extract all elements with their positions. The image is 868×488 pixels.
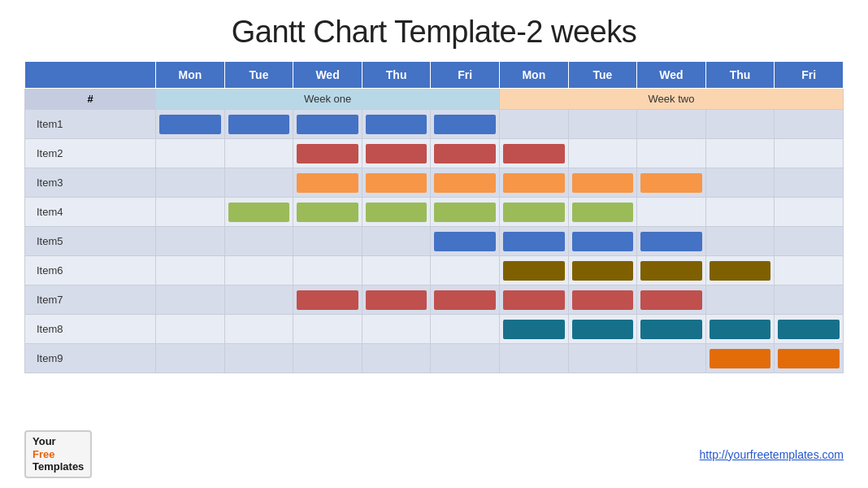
bar-cell <box>500 139 569 168</box>
bar-cell <box>293 285 362 315</box>
bar-cell <box>431 256 500 285</box>
header-label <box>25 62 156 89</box>
bar-cell <box>224 110 293 139</box>
bar-cell <box>705 256 775 285</box>
table-row: Item4 <box>25 198 844 227</box>
bar-cell <box>568 344 637 373</box>
bar-cell <box>568 168 637 198</box>
table-row: Item6 <box>25 256 844 285</box>
bar-cell <box>156 110 225 139</box>
bar-cell <box>224 227 293 256</box>
header-w1-thu: Thu <box>362 62 431 89</box>
bar-cell <box>775 168 844 198</box>
bar-cell <box>500 256 569 285</box>
row-label: Item9 <box>25 344 156 373</box>
bar-cell <box>775 315 844 344</box>
bar-cell <box>362 256 431 285</box>
bar-cell <box>156 315 225 344</box>
bar-cell <box>431 110 500 139</box>
bar-cell <box>431 285 500 315</box>
header-w2-mon: Mon <box>500 62 569 89</box>
header-w2-wed: Wed <box>637 62 706 89</box>
header-w2-fri: Fri <box>775 62 844 89</box>
bar-cell <box>431 198 500 227</box>
bar-cell <box>775 256 844 285</box>
table-row: Item8 <box>25 315 844 344</box>
bar-cell <box>156 256 225 285</box>
bar-cell <box>637 227 706 256</box>
bar-cell <box>224 139 293 168</box>
header-w1-fri: Fri <box>431 62 500 89</box>
bar-cell <box>156 227 225 256</box>
row-label: Item4 <box>25 198 156 227</box>
bar-cell <box>224 344 293 373</box>
bar-cell <box>431 139 500 168</box>
bar-cell <box>293 344 362 373</box>
bar-cell <box>431 344 500 373</box>
header-w1-mon: Mon <box>156 62 225 89</box>
bar-cell <box>775 139 844 168</box>
table-row: Item1 <box>25 110 844 139</box>
bar-cell <box>293 198 362 227</box>
bar-cell <box>362 139 431 168</box>
footer-link[interactable]: http://yourfreetemplates.com <box>700 448 844 461</box>
bar-cell <box>568 110 637 139</box>
logo-free: Free <box>33 448 84 461</box>
bar-cell <box>637 285 706 315</box>
bar-cell <box>362 168 431 198</box>
bar-cell <box>705 110 775 139</box>
bar-cell <box>637 110 706 139</box>
bar-cell <box>293 168 362 198</box>
logo-text: Your Free Templates <box>33 435 84 473</box>
header-row: Mon Tue Wed Thu Fri Mon Tue Wed Thu Fri <box>25 62 844 89</box>
bar-cell <box>431 315 500 344</box>
table-row: Item3 <box>25 168 844 198</box>
table-row: Item9 <box>25 344 844 373</box>
bar-cell <box>705 198 775 227</box>
bar-cell <box>156 344 225 373</box>
bar-cell <box>775 285 844 315</box>
bar-cell <box>224 168 293 198</box>
bar-cell <box>224 285 293 315</box>
bar-cell <box>775 110 844 139</box>
bar-cell <box>637 315 706 344</box>
bar-cell <box>156 139 225 168</box>
logo-your: Your <box>33 435 84 448</box>
bar-cell <box>500 168 569 198</box>
bar-cell <box>156 168 225 198</box>
bar-cell <box>568 315 637 344</box>
bar-cell <box>705 168 775 198</box>
bar-cell <box>775 344 844 373</box>
bar-cell <box>431 168 500 198</box>
week-label-row: #Week oneWeek two <box>25 89 844 110</box>
bar-cell <box>568 227 637 256</box>
bar-cell <box>293 227 362 256</box>
row-label: Item7 <box>25 285 156 315</box>
row-label: Item3 <box>25 168 156 198</box>
bar-cell <box>431 227 500 256</box>
bar-cell <box>293 139 362 168</box>
bar-cell <box>568 198 637 227</box>
header-w1-tue: Tue <box>224 62 293 89</box>
bar-cell <box>637 344 706 373</box>
bar-cell <box>224 198 293 227</box>
bar-cell <box>500 110 569 139</box>
footer: Your Free Templates http://yourfreetempl… <box>0 430 868 478</box>
bar-cell <box>293 110 362 139</box>
bar-cell <box>362 110 431 139</box>
row-label: Item5 <box>25 227 156 256</box>
week-one-cell: Week one <box>156 89 500 110</box>
bar-cell <box>362 344 431 373</box>
table-row: Item7 <box>25 285 844 315</box>
bar-cell <box>293 315 362 344</box>
logo-templates: Templates <box>33 460 84 473</box>
week-two-cell: Week two <box>500 89 844 110</box>
header-w2-tue: Tue <box>568 62 637 89</box>
bar-cell <box>705 315 775 344</box>
bar-cell <box>156 285 225 315</box>
bar-cell <box>637 168 706 198</box>
bar-cell <box>568 256 637 285</box>
bar-cell <box>637 198 706 227</box>
chart-container: Mon Tue Wed Thu Fri Mon Tue Wed Thu Fri … <box>24 61 844 373</box>
bar-cell <box>775 198 844 227</box>
